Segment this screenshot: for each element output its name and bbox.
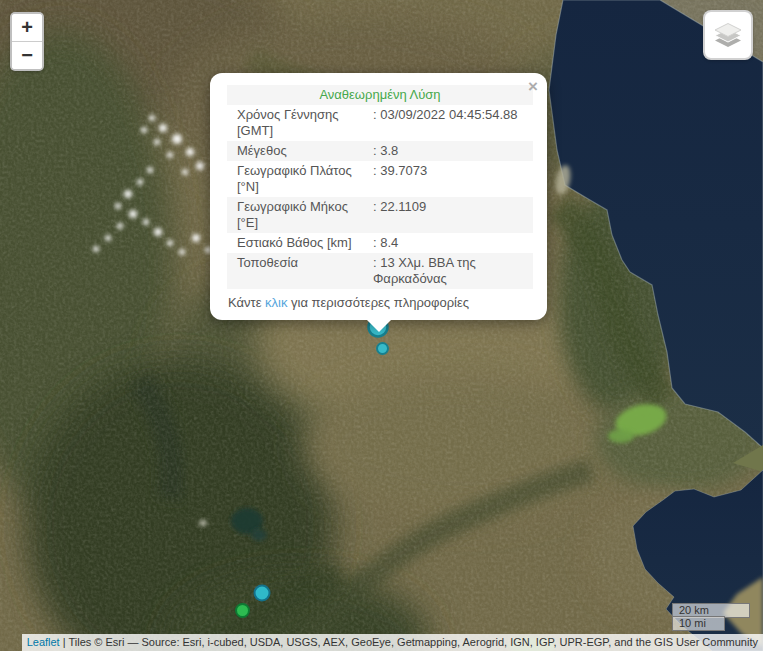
earthquake-info-table: Αναθεωρημένη Λύση Χρόνος Γέννησης [GMT] … [227, 85, 533, 289]
row-label-origin-time: Χρόνος Γέννησης [GMT] [227, 105, 373, 141]
row-value-magnitude: : 3.8 [373, 141, 533, 161]
scale-mi: 10 mi [672, 616, 725, 631]
layers-icon [713, 22, 743, 48]
layers-control-button[interactable] [703, 10, 753, 60]
attribution-text: | Tiles © Esri — Source: Esri, i-cubed, … [60, 636, 758, 648]
earthquake-marker-south-green[interactable] [236, 604, 249, 617]
zoom-out-button[interactable]: − [12, 42, 42, 69]
earthquake-marker-small[interactable] [377, 343, 388, 354]
popup-footer: Κάντε κλικ για περισσότερες πληροφορίες [227, 295, 533, 311]
earthquake-marker-south-cyan[interactable] [255, 586, 270, 601]
row-label-latitude: Γεωγραφικό Πλάτος [°N] [227, 161, 373, 197]
row-value-origin-time: : 03/09/2022 04:45:54.88 [373, 105, 533, 141]
attribution-bar: Leaflet | Tiles © Esri — Source: Esri, i… [22, 634, 763, 651]
row-label-location: Τοποθεσία [227, 253, 373, 289]
popup-title: Αναθεωρημένη Λύση [227, 85, 533, 105]
zoom-control: + − [10, 12, 44, 71]
popup-close-button[interactable]: × [528, 78, 538, 95]
zoom-in-button[interactable]: + [12, 14, 42, 42]
row-value-longitude: : 22.1109 [373, 197, 533, 233]
scale-control: 20 km 10 mi [672, 603, 750, 632]
more-info-link[interactable]: κλικ [265, 295, 287, 310]
row-value-latitude: : 39.7073 [373, 161, 533, 197]
leaflet-link[interactable]: Leaflet [27, 636, 60, 648]
row-label-magnitude: Μέγεθος [227, 141, 373, 161]
map-canvas[interactable]: + − × Αναθεωρημένη Λύση Χρόνος Γέννησης … [0, 0, 763, 651]
footer-prefix: Κάντε [228, 295, 265, 310]
row-value-location: : 13 Χλμ. ΒΒΑ της Φαρκαδόνας [373, 253, 533, 289]
row-label-longitude: Γεωγραφικό Μήκος [°E] [227, 197, 373, 233]
row-label-depth: Εστιακό Βάθος [km] [227, 233, 373, 253]
row-value-depth: : 8.4 [373, 233, 533, 253]
earthquake-popup: × Αναθεωρημένη Λύση Χρόνος Γέννησης [GMT… [210, 73, 547, 320]
footer-suffix: για περισσότερες πληροφορίες [287, 295, 469, 310]
